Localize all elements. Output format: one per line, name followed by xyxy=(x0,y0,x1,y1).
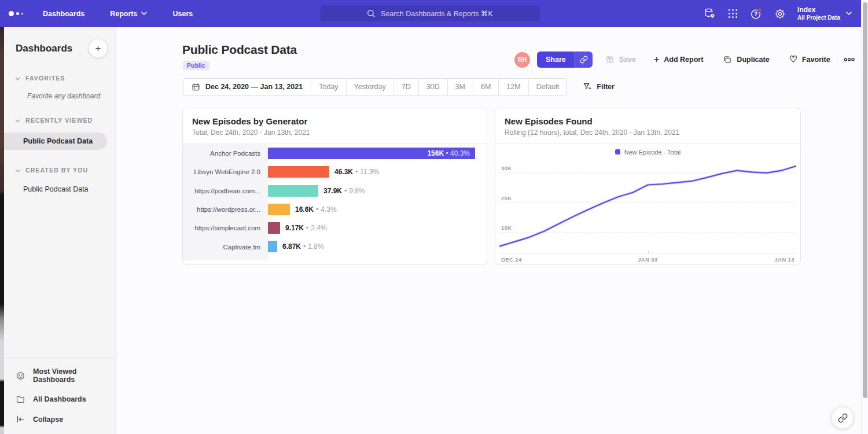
project-scope: All Project Data xyxy=(797,14,840,21)
bar-row: Anchor Podcasts156K • 40.3% xyxy=(183,144,487,163)
preset-30d[interactable]: 30D xyxy=(418,79,447,95)
x-tick-label-left: DEC 24 xyxy=(501,256,522,263)
bar-value-label: 156K • 40.3% xyxy=(427,149,475,157)
search-input[interactable]: Search Dashboards & Reports ⌘K xyxy=(320,6,540,21)
chart-legend: New Episode - Total xyxy=(495,145,800,159)
favorite-button[interactable]: ♡ Favorite xyxy=(789,55,830,64)
save-icon xyxy=(605,55,615,64)
collapse-icon xyxy=(16,414,25,424)
bar[interactable] xyxy=(268,166,329,178)
preset-today[interactable]: Today xyxy=(311,79,345,95)
scrollbar-track[interactable] xyxy=(861,0,868,434)
bar-row: https://podbean.com...37.9K•9.8% xyxy=(183,182,487,200)
filter-funnel-icon xyxy=(583,82,592,91)
preset-12m[interactable]: 12M xyxy=(498,79,528,95)
bar-value-label: 16.6K•4.3% xyxy=(295,204,337,215)
section-created-by-you[interactable]: CREATED BY YOU xyxy=(16,167,116,174)
x-tick-label-right: JAN 13 xyxy=(774,256,795,263)
bar-row: https://wordpress.or...16.6K•4.3% xyxy=(183,200,487,219)
preset-7d[interactable]: 7D xyxy=(393,79,418,95)
collapse-sidebar-button[interactable]: Collapse xyxy=(4,409,116,429)
sidebar-title: Dashboards xyxy=(16,43,72,54)
bar-row: Libsyn WebEngine 2.046.3K•11.9% xyxy=(183,163,487,181)
duplicate-icon xyxy=(723,55,732,64)
y-tick-label: 20K xyxy=(501,195,512,201)
dashboards-sidebar: Dashboards + FAVORITES Favorite any dash… xyxy=(4,27,116,434)
search-icon xyxy=(367,9,376,18)
notification-badge xyxy=(758,8,762,12)
link-icon xyxy=(580,56,588,64)
y-tick-label: 30K xyxy=(501,165,512,171)
bar-chart: Anchor Podcasts156K • 40.3%Libsyn WebEng… xyxy=(183,144,487,260)
sidebar-footer: Most Viewed Dashboards All Dashboards Co… xyxy=(4,358,116,434)
smiley-icon xyxy=(16,371,25,381)
svg-text:?: ? xyxy=(754,11,757,17)
bar-value-label: 37.9K•9.8% xyxy=(323,185,365,197)
search-placeholder: Search Dashboards & Reports ⌘K xyxy=(381,9,493,18)
share-link-button[interactable] xyxy=(575,52,593,68)
bar-category-label: https://simplecast.com xyxy=(183,219,268,237)
x-axis-tick xyxy=(648,251,649,253)
bar[interactable] xyxy=(268,241,277,252)
nav-item-reports[interactable]: Reports xyxy=(110,10,147,18)
all-dashboards-button[interactable]: All Dashboards xyxy=(4,389,116,409)
share-button[interactable]: Share xyxy=(537,52,575,68)
section-favorites[interactable]: FAVORITES xyxy=(16,75,116,82)
bar-row: Captivate.fm6.87K•1.8% xyxy=(183,237,487,256)
sidebar-item-public-podcast-data-selected[interactable]: Public Podcast Data xyxy=(4,133,107,150)
preset-6m[interactable]: 6M xyxy=(473,79,498,95)
sidebar-item-public-podcast-data[interactable]: Public Podcast Data xyxy=(23,185,116,193)
bar-chart-subtitle: Total, Dec 24th, 2020 - Jan 13th, 2021 xyxy=(192,128,477,137)
bar[interactable] xyxy=(268,185,318,197)
bar[interactable] xyxy=(268,222,280,234)
page-title: Public Podcast Data xyxy=(182,43,297,57)
plus-icon: + xyxy=(654,55,659,64)
header-actions: RH Share Save + Add Report Duplicate ♡ F… xyxy=(514,52,855,68)
apps-grid-icon[interactable] xyxy=(727,8,738,19)
share-button-group: Share xyxy=(537,52,593,68)
bar-value-label: 46.3K•11.9% xyxy=(334,166,379,178)
filter-button[interactable]: Filter xyxy=(583,82,615,91)
avatar[interactable]: RH xyxy=(514,52,530,68)
date-range-picker[interactable]: Dec 24, 2020 — Jan 13, 2021 xyxy=(183,79,311,95)
more-icon xyxy=(844,57,855,62)
legend-label: New Episode - Total xyxy=(624,149,681,156)
y-tick-label: 10K xyxy=(501,225,512,231)
save-button[interactable]: Save xyxy=(605,55,636,64)
duplicate-button[interactable]: Duplicate xyxy=(723,55,769,64)
copy-link-floating-button[interactable] xyxy=(832,407,854,429)
nav-item-dashboards[interactable]: Dashboards xyxy=(43,10,84,18)
bar[interactable]: 156K • 40.3% xyxy=(268,148,475,159)
new-dashboard-button[interactable]: + xyxy=(89,39,108,58)
preset-yesterday[interactable]: Yesterday xyxy=(346,79,393,95)
preset-default[interactable]: Default xyxy=(528,79,567,95)
bar[interactable] xyxy=(268,204,290,215)
folder-icon xyxy=(16,394,25,404)
bar-category-label: https://podbean.com... xyxy=(183,182,268,200)
bar-chart-title: New Episodes by Generator xyxy=(192,116,477,126)
section-recently-viewed[interactable]: RECENTLY VIEWED xyxy=(16,117,116,124)
more-options-button[interactable] xyxy=(844,57,855,62)
date-toolbar: Dec 24, 2020 — Jan 13, 2021 TodayYesterd… xyxy=(183,78,615,95)
favorites-empty-text: Favorite any dashboard xyxy=(27,92,116,100)
heart-icon: ♡ xyxy=(789,55,797,64)
bar-category-label: Libsyn WebEngine 2.0 xyxy=(183,163,268,181)
data-management-icon[interactable] xyxy=(704,8,716,20)
mixpanel-logo-icon[interactable] xyxy=(9,11,23,16)
help-icon[interactable]: ? xyxy=(750,8,763,20)
bar-chart-card: New Episodes by Generator Total, Dec 24t… xyxy=(182,108,487,265)
project-selector[interactable]: Index All Project Data xyxy=(797,6,852,21)
add-report-button[interactable]: + Add Report xyxy=(654,55,703,64)
calendar-icon xyxy=(192,83,200,91)
chevron-down-icon xyxy=(15,167,20,172)
preset-3m[interactable]: 3M xyxy=(447,79,473,95)
chevron-down-icon xyxy=(846,12,852,16)
link-icon xyxy=(838,413,848,423)
nav-item-users[interactable]: Users xyxy=(172,10,193,18)
line-chart-subtitle: Rolling (12 hours), total, Dec 24th, 202… xyxy=(505,128,791,137)
scrollbar-thumb[interactable] xyxy=(863,2,867,398)
settings-gear-icon[interactable] xyxy=(774,8,786,20)
most-viewed-dashboards-button[interactable]: Most Viewed Dashboards xyxy=(4,362,116,389)
project-name: Index xyxy=(797,6,840,14)
line-plot[interactable]: 10K20K30K xyxy=(499,159,796,253)
